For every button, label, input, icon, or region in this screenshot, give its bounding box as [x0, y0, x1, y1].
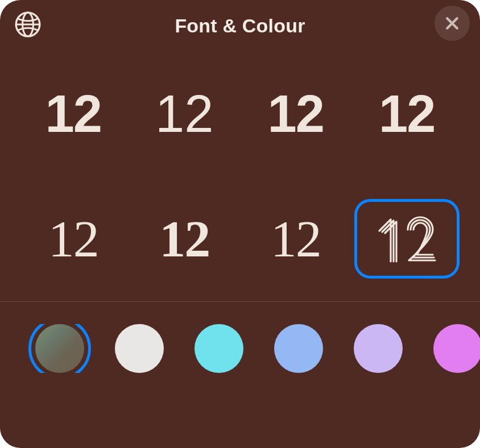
- font-option-sf-light[interactable]: 12: [132, 74, 238, 154]
- font-sample: 12: [159, 213, 209, 265]
- font-option-stencil[interactable]: 12: [354, 74, 460, 154]
- colour-swatch-dynamic[interactable]: [35, 324, 84, 373]
- font-sample: 12: [48, 213, 98, 265]
- font-option-serif-bold[interactable]: 12: [132, 199, 238, 279]
- font-option-sf-rounded[interactable]: 12: [243, 74, 349, 154]
- colour-picker-row[interactable]: [0, 324, 480, 373]
- font-option-serif-soft[interactable]: 12: [243, 199, 349, 279]
- font-sample: 12: [155, 88, 213, 140]
- section-divider: [0, 301, 480, 302]
- font-colour-panel: Font & Colour 12 12 12 12 12: [0, 0, 480, 448]
- colour-swatch-sky[interactable]: [274, 324, 323, 373]
- panel-title: Font & Colour: [175, 15, 305, 37]
- font-sample: 12: [379, 88, 435, 140]
- close-button[interactable]: [435, 6, 470, 41]
- colour-swatch-lavender[interactable]: [354, 324, 403, 373]
- font-sample: 12: [45, 88, 101, 140]
- font-sample-outline-icon: [367, 210, 446, 267]
- language-globe-button[interactable]: [13, 9, 43, 40]
- font-option-sf-heavy[interactable]: 12: [20, 74, 126, 154]
- font-option-outline[interactable]: [354, 199, 460, 279]
- colour-swatch-white[interactable]: [115, 324, 164, 373]
- font-grid: 12 12 12 12 12 12 12: [20, 74, 460, 279]
- colour-swatch-cyan[interactable]: [195, 324, 243, 373]
- font-sample: 12: [271, 213, 321, 265]
- globe-icon: [14, 10, 42, 39]
- font-picker: 12 12 12 12 12 12 12: [0, 51, 480, 284]
- font-option-serif-thin[interactable]: 12: [20, 199, 126, 279]
- font-sample: 12: [268, 88, 324, 140]
- close-icon: [444, 15, 461, 32]
- panel-header: Font & Colour: [0, 0, 480, 51]
- colour-swatch-magenta[interactable]: [433, 324, 480, 373]
